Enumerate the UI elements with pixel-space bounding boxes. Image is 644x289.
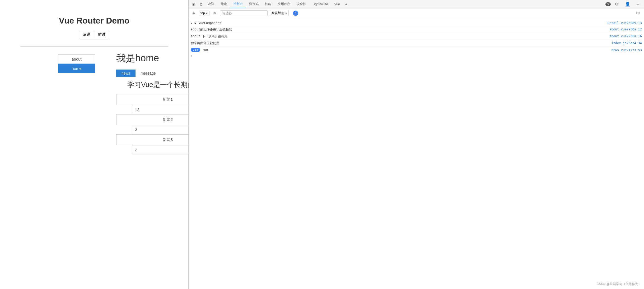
add-tab-icon[interactable]: + bbox=[343, 1, 349, 7]
tab-news[interactable]: news bbox=[116, 70, 136, 77]
console-content: ▶ ▶ VueComponent Detail.vue?e989:13 abou… bbox=[189, 18, 644, 289]
devtools-toolbar: ⊘ top ▾ 👁 默认级别 ▾ 5 ⚙ bbox=[189, 8, 644, 18]
console-row-4: 独享路由守卫被使用 index.js?5aa4:34 bbox=[191, 40, 642, 47]
msg-badge-area: 5 bbox=[291, 10, 300, 16]
console-row-2: about的组件路由守卫被触发 about.vue?930a:12 bbox=[191, 26, 642, 33]
back-button[interactable]: 后退 bbox=[79, 31, 94, 38]
watermark: CSDN @前端学徒（低等修为） bbox=[596, 282, 641, 286]
context-select[interactable]: top ▾ bbox=[199, 11, 209, 16]
user-icon[interactable]: 👤 bbox=[623, 1, 632, 8]
console-text-5: run bbox=[202, 48, 609, 52]
news-sub-3: 2 bbox=[132, 145, 193, 154]
tab-console[interactable]: 控制台 bbox=[230, 0, 246, 8]
divider bbox=[20, 46, 168, 47]
console-row-3: about 下一次离开被调用 about.vue?930a:16 bbox=[191, 33, 642, 40]
nav-buttons: 后退 前进 bbox=[79, 31, 109, 38]
context-arrow: ▾ bbox=[206, 11, 208, 15]
level-label: 默认级别 bbox=[272, 11, 284, 15]
context-label: top bbox=[200, 11, 205, 15]
devtools-panel: ▣ ⊘ 欢迎 元素 控制台 源代码 性能 应用程序 安全性 Lighthouse… bbox=[189, 0, 644, 289]
news-sub-2: 3 bbox=[132, 125, 193, 134]
level-select[interactable]: 默认级别 ▾ bbox=[270, 10, 289, 16]
devtools-icon-circle[interactable]: ⊘ bbox=[197, 1, 205, 7]
sidebar-item-about[interactable]: about bbox=[58, 54, 95, 64]
tab-welcome[interactable]: 欢迎 bbox=[205, 0, 217, 8]
sidebar-nav: about home bbox=[58, 54, 95, 73]
expand-icon[interactable]: › bbox=[191, 54, 193, 58]
forward-button[interactable]: 前进 bbox=[94, 31, 109, 38]
prohibit-icon[interactable]: ⊘ bbox=[191, 11, 197, 16]
level-arrow: ▾ bbox=[285, 11, 287, 15]
tab-application[interactable]: 应用程序 bbox=[274, 0, 293, 8]
devtools-icon-panel[interactable]: ▣ bbox=[190, 1, 197, 7]
sidebar-item-home[interactable]: home bbox=[58, 64, 95, 73]
tab-elements[interactable]: 元素 bbox=[217, 0, 230, 8]
console-text-2: about的组件路由守卫被触发 bbox=[191, 27, 607, 32]
settings-icon[interactable]: ⚙ bbox=[613, 1, 621, 8]
app-panel: Vue Router Demo 后退 前进 about home 我是home … bbox=[0, 0, 189, 289]
expand-row: › bbox=[191, 53, 642, 59]
console-link-5[interactable]: news.vue?1773:53 bbox=[611, 48, 642, 52]
tab-security[interactable]: 安全性 bbox=[293, 0, 309, 8]
devtools-tabs: ▣ ⊘ 欢迎 元素 控制台 源代码 性能 应用程序 安全性 Lighthouse… bbox=[189, 0, 644, 8]
tab-message[interactable]: message bbox=[136, 70, 161, 77]
console-text-3: about 下一次离开被调用 bbox=[191, 34, 607, 39]
tab-lighthouse[interactable]: Lighthouse bbox=[309, 1, 331, 8]
app-title: Vue Router Demo bbox=[59, 16, 129, 26]
console-row-5: 718 run news.vue?1773:53 bbox=[191, 47, 642, 53]
msg-count-badge: 5 bbox=[293, 11, 298, 16]
toolbar-settings-icon[interactable]: ⚙ bbox=[634, 10, 642, 17]
filter-input[interactable] bbox=[220, 10, 268, 16]
tab-sources[interactable]: 源代码 bbox=[246, 0, 262, 8]
eye-icon[interactable]: 👁 bbox=[212, 11, 218, 16]
console-link-1[interactable]: Detail.vue?e989:13 bbox=[608, 21, 642, 25]
news-sub-1: 12 bbox=[132, 105, 193, 114]
console-row-1: ▶ ▶ VueComponent Detail.vue?e989:13 bbox=[191, 20, 642, 26]
console-text-4: 独享路由守卫被使用 bbox=[191, 41, 609, 45]
more-icon[interactable]: ⋯ bbox=[634, 1, 643, 8]
tab-vue[interactable]: Vue bbox=[331, 1, 343, 8]
console-link-2[interactable]: about.vue?930a:12 bbox=[609, 27, 642, 31]
tab-performance[interactable]: 性能 bbox=[262, 0, 274, 8]
console-link-3[interactable]: about.vue?930a:16 bbox=[609, 34, 642, 38]
console-text-1: ▶ VueComponent bbox=[195, 21, 605, 25]
error-badge: 5 bbox=[605, 2, 611, 6]
console-link-4[interactable]: index.js?5aa4:34 bbox=[611, 41, 642, 45]
run-badge: 718 bbox=[191, 48, 200, 52]
tree-arrow-1[interactable]: ▶ bbox=[191, 21, 193, 25]
